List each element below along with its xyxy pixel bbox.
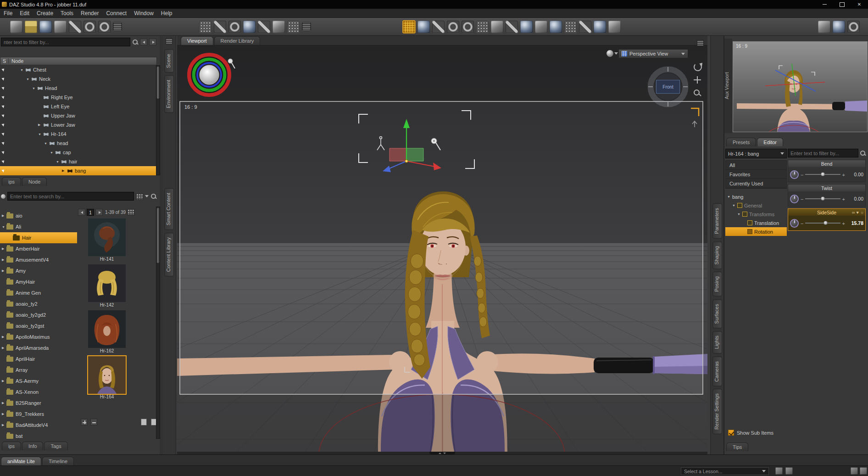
right-dock-tab[interactable]: Surfaces <box>712 299 722 328</box>
scene-node-row[interactable]: ▼ Chest <box>0 65 157 74</box>
expand-arrow-icon[interactable]: ▶ <box>2 379 6 383</box>
menu-item[interactable]: Help <box>157 9 176 17</box>
scene-node-row[interactable]: ▼ head <box>0 139 157 148</box>
menu-item[interactable]: Tools <box>57 9 77 17</box>
next-selection-button[interactable] <box>149 39 156 45</box>
parameter-slider-group[interactable]: SideSide 15.78 <box>788 208 866 231</box>
remove-button[interactable] <box>90 419 97 426</box>
parameter-category[interactable]: Currently Used <box>726 179 786 188</box>
expand-arrow-icon[interactable]: ▼ <box>32 87 37 90</box>
folder-row[interactable]: Anime Gen <box>0 287 77 298</box>
parameter-tree-row[interactable]: ▼ bang <box>725 192 787 201</box>
pan-camera-icon[interactable] <box>693 75 702 85</box>
universal-manipulator-button[interactable] <box>476 21 489 33</box>
folder-row[interactable]: ▶ B9_Trekkers <box>0 409 77 420</box>
parameter-category[interactable]: All <box>726 161 786 170</box>
tips-tab[interactable]: Tips <box>726 442 748 451</box>
expand-arrow-icon[interactable]: ▼ <box>20 68 25 72</box>
pin-icon[interactable] <box>1 194 6 199</box>
parameter-value[interactable]: 0.00 <box>847 196 863 202</box>
search-options-arrow-icon[interactable] <box>145 195 149 197</box>
content-search-input[interactable] <box>7 192 134 201</box>
scene-node-row[interactable]: ▼ Neck <box>0 74 157 84</box>
folder-row[interactable]: ▶ AS-Aermy <box>0 375 77 386</box>
status-icon-2[interactable] <box>785 467 793 475</box>
scene-filter-input[interactable] <box>1 38 130 46</box>
aux-viewport-label[interactable]: Aux Viewport <box>724 39 732 133</box>
parameter-slider-group[interactable]: Twist 0.00 <box>788 184 866 207</box>
export-scene-button[interactable] <box>69 21 81 33</box>
dial-icon[interactable] <box>790 219 799 228</box>
expand-arrow-icon[interactable]: ▶ <box>2 214 6 218</box>
view-mode-icon[interactable] <box>136 193 143 200</box>
editor-dock-tab[interactable]: Editor <box>757 138 783 146</box>
rotate-tool-button[interactable] <box>447 21 459 33</box>
folder-row[interactable]: ▶ AmberHair <box>0 243 77 254</box>
menu-item[interactable]: Edit <box>16 9 33 17</box>
surface-selection-tool-button[interactable] <box>258 21 270 33</box>
menu-item[interactable]: File <box>0 9 16 17</box>
scale-tool-button[interactable] <box>491 21 503 33</box>
folder-row[interactable]: Hair <box>0 232 77 243</box>
menu-item[interactable]: Window <box>130 9 157 17</box>
tab-environment[interactable]: Environment <box>164 75 174 113</box>
cursor-select-tool-button[interactable] <box>579 21 591 33</box>
parameter-tree-row[interactable]: ▼ Transforms <box>725 210 787 218</box>
folder-row[interactable]: aoaio_ty2gd2 <box>0 309 77 320</box>
viewport-tab[interactable]: Render Library <box>214 36 261 45</box>
render-camera-tool-button[interactable] <box>608 21 621 33</box>
tab-scene[interactable]: Scene <box>164 49 174 73</box>
slider-track[interactable] <box>805 174 840 175</box>
folder-row[interactable]: bat <box>0 431 77 439</box>
slider-thumb[interactable] <box>821 196 825 201</box>
link-icon[interactable] <box>852 210 855 215</box>
viewport-canvas[interactable]: 16 : 9 Perspective View Front <box>177 45 707 452</box>
grid-view-icon[interactable] <box>127 209 134 215</box>
dial-icon[interactable] <box>790 170 799 179</box>
render-button[interactable] <box>847 21 860 33</box>
checkbox-checked-icon[interactable] <box>728 430 734 436</box>
keyframe-clock-button[interactable] <box>243 21 256 33</box>
expand-arrow-icon[interactable]: ▼ <box>737 213 742 216</box>
expand-arrow-icon[interactable]: ▶ <box>2 269 6 273</box>
menu-item[interactable]: Create <box>33 9 57 17</box>
folder-row[interactable]: AmyHair <box>0 276 77 287</box>
folder-row[interactable]: ▶ B25Ranger <box>0 398 77 409</box>
right-dock-tab[interactable]: Shaping <box>712 241 722 269</box>
expand-arrow-icon[interactable]: ▶ <box>2 346 6 350</box>
scene-node-row[interactable]: ▼ hair <box>0 157 157 166</box>
scene-node-row[interactable]: ▶ bang <box>0 166 157 175</box>
right-dock-tab[interactable]: Posing <box>712 272 722 297</box>
create-node-button[interactable] <box>199 21 211 33</box>
compass-front-button[interactable]: Front <box>656 80 680 94</box>
right-dock-tab[interactable]: Render Settings <box>712 389 722 434</box>
folder-row[interactable]: AprilHair <box>0 353 77 364</box>
folder-row[interactable]: ▼ Ali <box>0 221 77 232</box>
figure-add-tool-button[interactable] <box>550 21 562 33</box>
increment-button[interactable] <box>842 170 845 179</box>
scene-node-row[interactable]: Left Eye <box>0 102 157 111</box>
parameter-slider-group[interactable]: Bend 0.00 <box>788 160 866 182</box>
title-bar[interactable]: DAZ Studio 4.8 Pro - jobber 11.duf <box>0 0 868 9</box>
content-panel-tab[interactable]: ips <box>2 442 21 450</box>
editor-dock-tab[interactable]: Presets <box>726 138 756 146</box>
scene-node-row[interactable]: ▼ Hr-164 <box>0 129 157 139</box>
status-icon-1[interactable] <box>775 467 783 475</box>
parameter-category[interactable]: Favorites <box>726 170 786 179</box>
zoom-camera-icon[interactable] <box>693 89 702 98</box>
slider-thumb[interactable] <box>823 221 828 225</box>
hair-thumbnail[interactable]: Hr-141 <box>82 218 132 262</box>
maximize-button[interactable] <box>833 0 851 9</box>
aux-viewport-canvas[interactable]: 16 : 9 <box>733 41 868 132</box>
scene-node-row[interactable]: Right Eye <box>0 93 157 102</box>
show-sub-items-row[interactable]: Show Sub Items <box>728 430 773 436</box>
pointer-tool-button[interactable] <box>432 21 445 33</box>
parameter-tree-row[interactable]: Rotation <box>725 227 787 236</box>
node-selector-dropdown[interactable]: Hr-164 : bang <box>725 149 787 158</box>
decrement-button[interactable] <box>801 219 803 227</box>
expand-arrow-icon[interactable]: ▼ <box>50 151 55 154</box>
right-dock-tab[interactable]: Cameras <box>712 357 722 386</box>
merge-scene-button[interactable] <box>54 21 67 33</box>
prev-page-button[interactable] <box>78 209 85 216</box>
parameter-tree-row[interactable]: Translation <box>725 218 787 227</box>
